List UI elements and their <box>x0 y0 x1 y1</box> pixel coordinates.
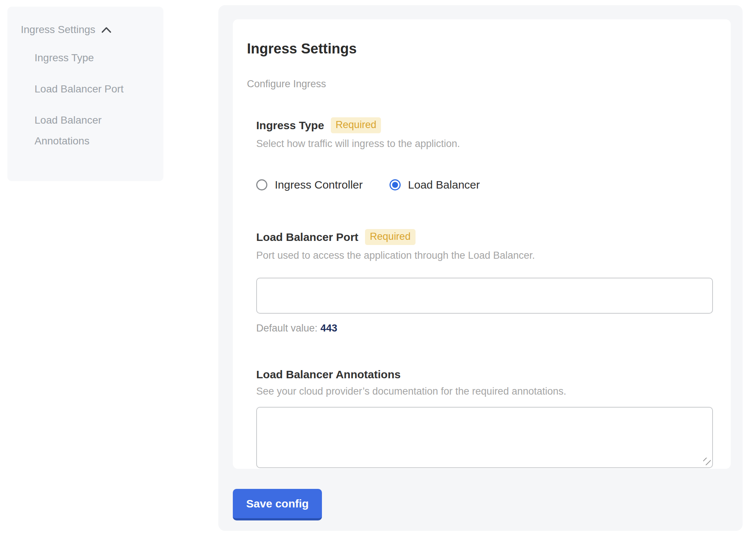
ingress-settings-card: Ingress Settings Configure Ingress Ingre… <box>233 19 731 469</box>
radio-label-load-balancer: Load Balancer <box>408 179 480 191</box>
lb-port-description: Port used to access the application thro… <box>256 250 713 261</box>
page-title: Ingress Settings <box>247 41 713 57</box>
required-badge: Required <box>331 117 381 133</box>
radio-option-load-balancer[interactable]: Load Balancer <box>390 179 480 191</box>
section-load-balancer-port: Load Balancer Port Required Port used to… <box>256 229 713 334</box>
section-ingress-type: Ingress Type Required Select how traffic… <box>256 117 713 191</box>
radio-dot <box>392 182 398 188</box>
ingress-type-label: Ingress Type <box>256 119 324 132</box>
radio-option-ingress-controller[interactable]: Ingress Controller <box>256 179 363 191</box>
sidebar-item-ingress-type[interactable]: Ingress Type <box>35 48 153 68</box>
settings-sections: Ingress Type Required Select how traffic… <box>256 117 713 468</box>
lb-port-default-line: Default value:443 <box>256 323 713 334</box>
config-panel: Ingress Settings Configure Ingress Ingre… <box>218 5 743 531</box>
resize-handle-icon[interactable] <box>703 458 711 465</box>
sidebar-group-label: Ingress Settings <box>21 24 95 36</box>
default-value: 443 <box>320 323 337 334</box>
config-nav-sidebar: Ingress Settings Ingress Type Load Balan… <box>7 7 163 181</box>
lb-port-input[interactable] <box>256 278 713 314</box>
section-load-balancer-annotations: Load Balancer Annotations See your cloud… <box>256 368 713 468</box>
radio-button-icon[interactable] <box>390 179 401 190</box>
ingress-type-heading-row: Ingress Type Required <box>256 117 713 133</box>
lb-annotations-heading-row: Load Balancer Annotations <box>256 368 713 381</box>
sidebar-item-list: Ingress Type Load Balancer Port Load Bal… <box>35 48 153 151</box>
lb-annotations-label: Load Balancer Annotations <box>256 368 401 381</box>
lb-annotations-textarea[interactable] <box>256 407 713 468</box>
radio-button-icon[interactable] <box>256 179 267 190</box>
lb-annotations-description: See your cloud provider’s documentation … <box>256 386 713 397</box>
required-badge: Required <box>365 229 416 245</box>
chevron-up-icon <box>101 24 111 36</box>
default-value-label: Default value: <box>256 323 317 334</box>
sidebar-group-ingress-settings[interactable]: Ingress Settings <box>21 24 153 36</box>
page-subtitle: Configure Ingress <box>247 78 713 90</box>
ingress-type-radio-group: Ingress Controller Load Balancer <box>256 179 713 191</box>
sidebar-item-load-balancer-port[interactable]: Load Balancer Port <box>35 79 153 99</box>
sidebar-item-load-balancer-annotations[interactable]: Load Balancer Annotations <box>35 110 153 151</box>
lb-annotations-textarea-wrap <box>256 407 713 468</box>
save-config-button[interactable]: Save config <box>233 489 322 520</box>
ingress-type-description: Select how traffic will ingress to the a… <box>256 138 713 150</box>
lb-port-heading-row: Load Balancer Port Required <box>256 229 713 245</box>
radio-label-ingress-controller: Ingress Controller <box>275 179 363 191</box>
lb-port-label: Load Balancer Port <box>256 231 358 244</box>
